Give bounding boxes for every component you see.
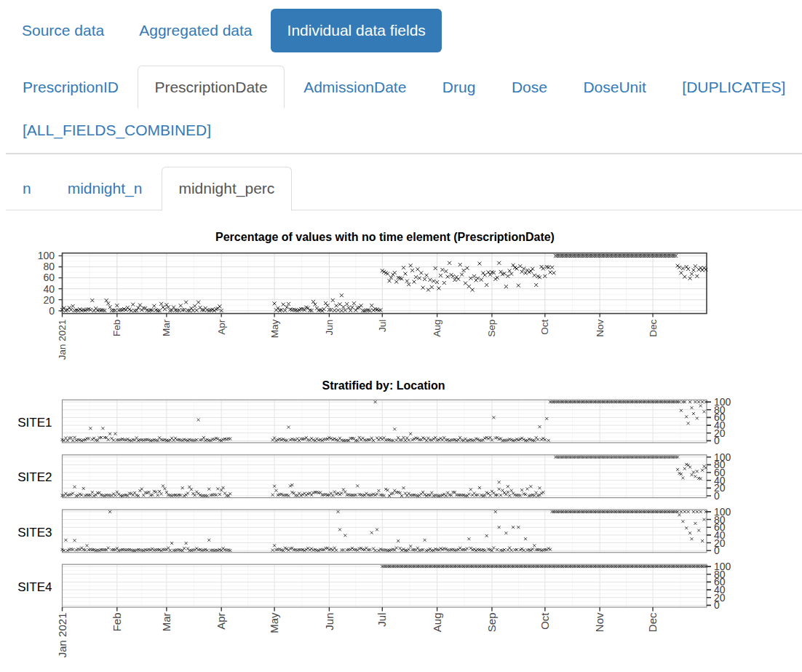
svg-text:60: 60: [43, 272, 55, 283]
svg-text:Mar: Mar: [161, 319, 172, 336]
svg-text:Stratified by: Location: Stratified by: Location: [322, 379, 445, 392]
svg-text:Percentage of values with no t: Percentage of values with no time elemen…: [215, 231, 555, 243]
svg-text:Nov: Nov: [593, 612, 606, 632]
svg-text:Aug: Aug: [432, 320, 442, 337]
svg-text:Jun: Jun: [324, 320, 335, 336]
svg-text:May: May: [268, 612, 280, 633]
svg-text:40: 40: [43, 283, 55, 295]
svg-text:Nov: Nov: [595, 320, 606, 337]
svg-text:Dec: Dec: [646, 612, 659, 632]
svg-text:Jun: Jun: [323, 613, 336, 631]
svg-text:Feb: Feb: [111, 320, 122, 336]
svg-text:Jul: Jul: [377, 320, 388, 332]
svg-text:Jan 2021: Jan 2021: [57, 320, 68, 360]
svg-text:100: 100: [714, 561, 731, 572]
svg-text:0: 0: [49, 305, 55, 317]
svg-text:Mar: Mar: [160, 613, 172, 632]
svg-text:100: 100: [714, 451, 731, 463]
svg-text:Dec: Dec: [648, 320, 659, 337]
svg-text:SITE1: SITE1: [17, 416, 52, 430]
svg-text:SITE3: SITE3: [17, 526, 52, 539]
svg-text:Oct: Oct: [539, 320, 550, 335]
svg-text:Feb: Feb: [111, 613, 123, 632]
svg-text:Oct: Oct: [539, 612, 551, 630]
svg-text:20: 20: [43, 294, 55, 306]
svg-text:Jan 2021: Jan 2021: [56, 613, 68, 658]
svg-text:Jul: Jul: [376, 613, 388, 627]
svg-text:Apr: Apr: [216, 319, 227, 335]
svg-text:100: 100: [714, 396, 731, 408]
svg-text:Sep: Sep: [485, 613, 498, 633]
svg-text:100: 100: [38, 250, 55, 261]
svg-text:Aug: Aug: [431, 613, 443, 633]
svg-text:SITE2: SITE2: [17, 470, 52, 484]
svg-text:May: May: [269, 320, 280, 339]
svg-text:Apr: Apr: [215, 612, 227, 629]
svg-text:100: 100: [714, 506, 731, 518]
svg-text:80: 80: [43, 261, 55, 272]
svg-text:Sep: Sep: [486, 320, 497, 337]
svg-text:SITE4: SITE4: [17, 580, 52, 594]
